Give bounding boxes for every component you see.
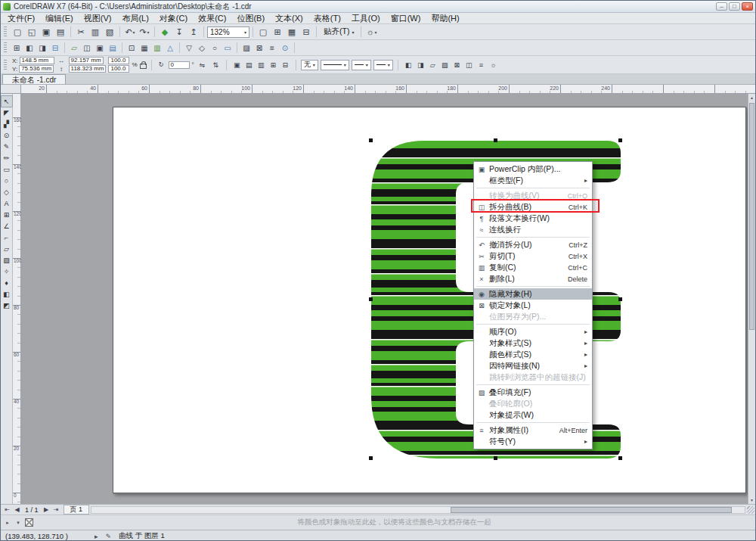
menubar-item-6[interactable]: 效果(C) <box>193 13 231 24</box>
show-guidelines-button[interactable]: ⊟ <box>299 26 313 39</box>
first-page-button[interactable]: ⇤ <box>2 506 12 513</box>
context-menu-item[interactable]: 转换为曲线(V)Ctrl+Q <box>474 190 592 201</box>
propbar-button-10[interactable]: ⊠ <box>451 59 463 71</box>
menubar-item-7[interactable]: 位图(B) <box>231 13 270 24</box>
context-menu-item[interactable]: ¶段落文本换行(W) <box>474 213 592 224</box>
connector-tool[interactable]: ⌐ <box>2 232 12 243</box>
horizontal-scrollbar[interactable] <box>91 506 745 514</box>
resize-grip[interactable] <box>747 506 754 514</box>
toolbar2-button-5[interactable]: ▱ <box>68 42 80 54</box>
mirror-horizontal-button[interactable]: ⇋ <box>197 59 208 71</box>
propbar-button-12[interactable]: ≡ <box>476 59 487 71</box>
last-page-button[interactable]: ⇥ <box>51 506 61 513</box>
toolbar2-button-9[interactable]: ⊡ <box>125 42 138 54</box>
palette-expand-icon[interactable]: ▸ <box>4 520 11 526</box>
context-menu-item[interactable]: 颜色样式(S)▸ <box>474 349 592 360</box>
rotation-angle-field[interactable]: 0 <box>169 61 190 69</box>
shape-tool[interactable]: ◤ <box>2 107 12 118</box>
context-menu-item[interactable]: 对象提示(W) <box>474 409 592 421</box>
propbar-button-5[interactable]: ⊟ <box>280 59 291 71</box>
context-menu-item[interactable]: ✂剪切(T)Ctrl+X <box>474 250 592 262</box>
menubar-item-5[interactable]: 对象(C) <box>154 13 193 24</box>
scale-y-field[interactable]: 100.0 <box>108 65 129 73</box>
new-document-button[interactable]: ▢ <box>11 26 24 39</box>
export-button[interactable]: ↥ <box>187 26 200 39</box>
toolbar2-button-19[interactable]: ≡ <box>266 42 278 54</box>
menubar-item-10[interactable]: 工具(O) <box>346 13 386 24</box>
context-menu-item[interactable]: ↶撤消拆分(U)Ctrl+Z <box>474 239 592 250</box>
mirror-vertical-button[interactable]: ⇅ <box>210 59 222 71</box>
vertical-scrollbar[interactable]: ▲ ▼ <box>748 94 755 504</box>
toolbar2-button-13[interactable]: ▽ <box>183 42 195 54</box>
y-position-field[interactable]: 75.536 mm <box>19 65 54 73</box>
lock-ratio-icon[interactable] <box>140 64 147 69</box>
end-arrowhead-combo[interactable]: ▾ <box>373 60 393 70</box>
selection-handle[interactable] <box>369 138 373 142</box>
transparency-tool[interactable]: ▨ <box>2 255 12 266</box>
no-color-swatch[interactable] <box>25 518 33 527</box>
toolbar-drag-handle[interactable] <box>4 60 7 70</box>
toolbar-drag-handle[interactable] <box>4 26 7 37</box>
eyedropper-tool[interactable]: ✧ <box>2 266 12 277</box>
menubar-item-8[interactable]: 文本(X) <box>270 13 308 24</box>
selection-handle[interactable] <box>618 138 622 142</box>
open-document-button[interactable]: ◱ <box>25 26 39 39</box>
menubar-item-2[interactable]: 编辑(E) <box>40 13 79 24</box>
context-menu-item[interactable]: ≡对象属性(I)Alt+Enter <box>474 424 592 436</box>
pick-tool[interactable]: ↖ <box>2 96 12 107</box>
import-button[interactable]: ↧ <box>172 26 186 39</box>
fill-tool[interactable]: ◧ <box>2 289 12 300</box>
selection-handle[interactable] <box>494 456 497 460</box>
horizontal-ruler[interactable]: 20406080100120140160180200220240 <box>21 85 755 93</box>
menubar-item-11[interactable]: 窗口(W) <box>386 13 426 24</box>
scale-x-field[interactable]: 100.0 <box>108 57 129 64</box>
palette-options-icon[interactable]: ▾ <box>14 520 22 526</box>
outline-width-combo[interactable]: 无 ▾ <box>301 60 318 70</box>
context-menu-item[interactable]: ▥复制(C)Ctrl+C <box>474 262 592 273</box>
toolbar2-button-15[interactable]: ○ <box>209 42 221 54</box>
toolbar2-button-6[interactable]: ◫ <box>81 42 93 54</box>
propbar-button-8[interactable]: ▱ <box>427 59 438 71</box>
context-menu-item[interactable]: 跳转到浏览器中的超链接(J) <box>474 372 592 383</box>
toolbar2-button-14[interactable]: ◇ <box>196 42 208 54</box>
toolbar2-button-18[interactable]: ⊠ <box>253 42 265 54</box>
context-menu-item[interactable]: ×删除(L)Delete <box>474 273 592 284</box>
drawing-canvas[interactable] <box>21 94 748 504</box>
zoom-level-combo[interactable]: 132%▾ <box>207 26 249 38</box>
toolbar2-button-16[interactable]: ▭ <box>222 42 234 54</box>
show-grid-button[interactable]: ▦ <box>285 26 299 39</box>
context-menu-item[interactable]: ▣PowerClip 内部(P)... <box>474 163 592 175</box>
context-menu-item[interactable]: ◉隐藏对象(H) <box>474 288 592 300</box>
ruler-origin-corner[interactable] <box>1 85 21 93</box>
object-width-field[interactable]: 92.157 mm <box>69 57 104 64</box>
toolbar2-button-1[interactable]: ⊞ <box>11 42 23 54</box>
text-tool[interactable]: A <box>2 198 12 209</box>
propbar-button-3[interactable]: ▥ <box>256 59 267 71</box>
scroll-down-icon[interactable]: ▼ <box>748 496 755 504</box>
full-screen-preview-button[interactable]: ▢ <box>256 26 270 39</box>
menubar-item-3[interactable]: 视图(V) <box>79 13 117 24</box>
context-menu-item[interactable]: 叠印轮廓(O) <box>474 398 592 409</box>
x-position-field[interactable]: 148.5 mm <box>20 57 54 64</box>
crop-tool[interactable]: ▞ <box>2 119 12 129</box>
zoom-tool[interactable]: ⊙ <box>2 130 12 141</box>
propbar-button-2[interactable]: ▤ <box>243 59 255 71</box>
toolbar2-button-17[interactable]: ▨ <box>240 42 253 54</box>
propbar-button-13[interactable]: ☼ <box>488 59 499 71</box>
page-tab[interactable]: 页 1 <box>64 505 90 515</box>
toolbar2-button-11[interactable]: ▥ <box>151 42 163 54</box>
propbar-button-11[interactable]: ◫ <box>463 59 475 71</box>
menubar-item-12[interactable]: 帮助(H) <box>426 13 464 24</box>
toolbar2-button-20[interactable]: ⊙ <box>279 42 291 54</box>
toolbar2-button-7[interactable]: ▣ <box>94 42 106 54</box>
save-document-button[interactable]: ▣ <box>39 26 53 39</box>
context-menu-item[interactable]: ◫拆分曲线(B)Ctrl+K <box>474 201 592 213</box>
show-rulers-button[interactable]: ⊞ <box>271 26 284 39</box>
context-menu-item[interactable]: ≈连线换行 <box>474 224 592 235</box>
dimension-tool[interactable]: ∠ <box>2 221 12 232</box>
scroll-up-icon[interactable]: ▲ <box>748 94 755 101</box>
close-button[interactable]: × <box>742 2 753 11</box>
selection-handle[interactable] <box>618 456 622 460</box>
options-button[interactable]: ☼▾ <box>364 26 378 39</box>
search-content-button[interactable]: ◆ <box>158 26 172 39</box>
